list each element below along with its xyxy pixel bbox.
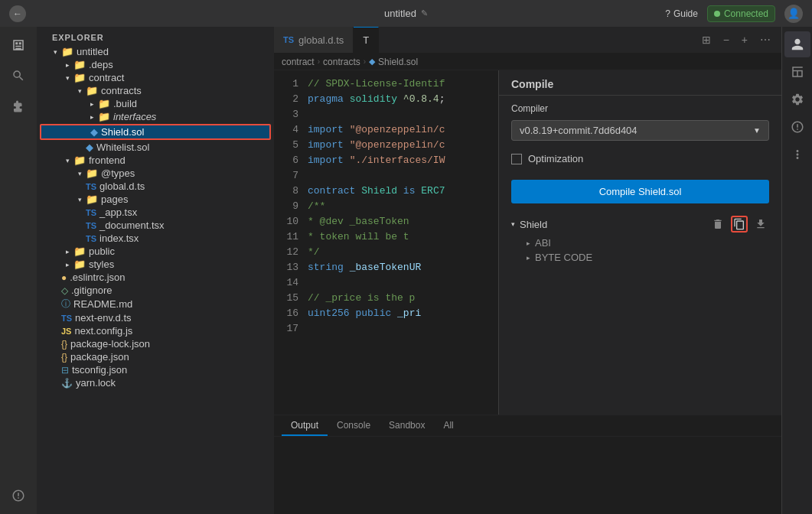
tree-item-nextconfig[interactable]: JS next.config.js [37, 324, 274, 337]
back-icon: ← [13, 8, 22, 19]
bottom-tabs: Output Console Sandbox All [274, 415, 781, 437]
abi-item[interactable]: ▸ ABI [511, 236, 769, 250]
contract-name: Shield [520, 219, 547, 230]
compiler-label: Compiler [511, 103, 769, 114]
code-editor[interactable]: 12345 678910 1112131415 1617 // SPDX-Lic… [274, 70, 498, 415]
bytecode-arrow: ▸ [527, 254, 530, 262]
contract-name-row[interactable]: ▾ Shield [511, 219, 547, 230]
breadcrumb-contract[interactable]: contract [282, 57, 315, 67]
code-line-10: * @dev _baseToken [305, 214, 498, 229]
code-line-3 [305, 107, 498, 122]
bottom-tab-all[interactable]: All [434, 415, 462, 436]
right-icon-user[interactable] [784, 31, 810, 57]
tree-item-document[interactable]: TS _document.tsx [37, 219, 274, 232]
compiler-version-select[interactable]: v0.8.19+commit.7dd6d404 ▼ [511, 120, 769, 141]
back-button[interactable]: ← [9, 5, 26, 22]
tree-item-eslint[interactable]: ● .eslintrc.json [37, 271, 274, 284]
connected-button[interactable]: Connected [707, 5, 775, 22]
activity-search[interactable] [5, 62, 32, 89]
more-options-icon[interactable]: ⋯ [757, 31, 774, 49]
code-line-2: pragma solidity ^0.8.4; [305, 92, 498, 107]
code-line-6: import "./interfaces/IW [305, 153, 498, 168]
tree-item-gitignore[interactable]: ◇ .gitignore [37, 284, 274, 297]
right-icon-plugin[interactable] [784, 114, 810, 140]
breadcrumb-eth-icon: ◆ [369, 57, 375, 67]
compile-panel: Compile Compiler v0.8.19+commit.7dd6d404… [498, 70, 781, 415]
copy-contract-button[interactable] [731, 216, 748, 233]
compiler-section: Compiler v0.8.19+commit.7dd6d404 ▼ [499, 96, 781, 148]
tree-item-styles[interactable]: ▸ 📁 styles [37, 258, 274, 271]
zoom-out-icon[interactable]: − [720, 31, 732, 49]
tree-item-deps[interactable]: ▸ 📁 .deps [37, 58, 274, 71]
tree-item-whitelist[interactable]: ◆ Whitelist.sol [37, 141, 274, 154]
code-line-13: string _baseTokenUR [305, 260, 498, 275]
compile-panel-title: Compile [499, 70, 781, 96]
user-avatar[interactable]: 👤 [784, 5, 803, 23]
breadcrumb: contract › contracts › ◆ Shield.sol [274, 54, 781, 70]
tree-item-nextenv[interactable]: TS next-env.d.ts [37, 311, 274, 324]
code-lines: // SPDX-License-Identif pragma solidity … [305, 70, 498, 415]
guide-icon: ? [665, 8, 670, 19]
tab-actions: ⊞ − + ⋯ [699, 27, 781, 53]
tree-item-untitled[interactable]: ▾ 📁 untitled [37, 45, 274, 58]
edit-title-icon[interactable]: ✎ [421, 8, 428, 18]
compile-button[interactable]: Compile Shield.sol [511, 180, 769, 203]
tree-item-contracts[interactable]: ▾ 📁 contracts [37, 84, 274, 97]
download-contract-button[interactable] [752, 216, 769, 233]
tree-item-packagelock[interactable]: {} package-lock.json [37, 337, 274, 350]
code-line-1: // SPDX-License-Identif [305, 76, 498, 92]
bottom-panel: Output Console Sandbox All [274, 415, 781, 514]
activity-extensions[interactable] [5, 93, 32, 120]
tab-globaldts[interactable]: TS global.d.ts [274, 27, 354, 53]
tree-item-contract[interactable]: ▾ 📁 contract [37, 71, 274, 84]
split-editor-icon[interactable]: ⊞ [699, 31, 714, 49]
tree-item-shield[interactable]: ◆ Shield.sol [40, 124, 271, 140]
editor-compile-split: 12345 678910 1112131415 1617 // SPDX-Lic… [274, 70, 781, 415]
activity-explorer[interactable] [5, 31, 32, 59]
tree-item-interfaces[interactable]: ▸ 📁 interfaces [37, 110, 274, 123]
bottom-tab-console[interactable]: Console [328, 415, 380, 436]
tab-bar: TS global.d.ts T ⊞ − + ⋯ [274, 27, 781, 54]
bottom-tab-output[interactable]: Output [282, 415, 328, 436]
bottom-content [274, 437, 781, 514]
tree-item-readme[interactable]: ⓘ README.md [37, 297, 274, 311]
abi-arrow: ▸ [527, 239, 530, 247]
optimization-checkbox[interactable] [511, 154, 522, 164]
tree-item-frontend[interactable]: ▾ 📁 frontend [37, 154, 274, 167]
tree-item-public[interactable]: ▸ 📁 public [37, 245, 274, 258]
bottom-tab-sandbox[interactable]: Sandbox [380, 415, 434, 436]
tree-item-pages[interactable]: ▾ 📁 pages [37, 193, 274, 206]
editor-area: TS global.d.ts T ⊞ − + ⋯ contract › cont… [274, 27, 781, 514]
code-line-17 [305, 321, 498, 337]
guide-button[interactable]: ? Guide [665, 8, 698, 19]
code-line-14 [305, 275, 498, 291]
tree-item-package[interactable]: {} package.json [37, 350, 274, 363]
activity-git[interactable] [5, 482, 32, 509]
right-icon-layout[interactable] [784, 59, 810, 85]
code-line-5: import "@openzeppelin/c [305, 138, 498, 153]
delete-contract-button[interactable] [709, 216, 726, 233]
tab-modified[interactable]: T [354, 27, 379, 53]
tree-item-build[interactable]: ▸ 📁 .build [37, 97, 274, 110]
code-content: 12345 678910 1112131415 1617 // SPDX-Lic… [274, 70, 498, 415]
contract-results: ▾ Shield [499, 213, 781, 265]
tree-item-app[interactable]: TS _app.tsx [37, 206, 274, 219]
contract-header: ▾ Shield [511, 213, 769, 236]
breadcrumb-contracts[interactable]: contracts [323, 57, 360, 67]
breadcrumb-shield[interactable]: Shield.sol [378, 57, 418, 67]
right-icon-settings[interactable] [784, 86, 810, 112]
tree-item-index[interactable]: TS index.tsx [37, 232, 274, 245]
tree-item-types[interactable]: ▾ 📁 @types [37, 167, 274, 180]
tree-item-globaldts[interactable]: TS global.d.ts [37, 180, 274, 193]
tree-item-yarn[interactable]: ⚓ yarn.lock [37, 376, 274, 389]
compiler-dropdown-icon: ▼ [753, 126, 761, 135]
tree-item-tsconfig[interactable]: ⊟ tsconfig.json [37, 363, 274, 376]
connected-dot [714, 11, 720, 17]
contract-expand-arrow: ▾ [511, 220, 515, 228]
zoom-in-icon[interactable]: + [739, 31, 751, 49]
code-line-9: /** [305, 199, 498, 214]
bytecode-item[interactable]: ▸ BYTE CODE [511, 250, 769, 265]
right-icon-more[interactable] [784, 142, 810, 168]
optimization-row: Optimization [511, 148, 769, 169]
activity-bar [0, 27, 37, 514]
